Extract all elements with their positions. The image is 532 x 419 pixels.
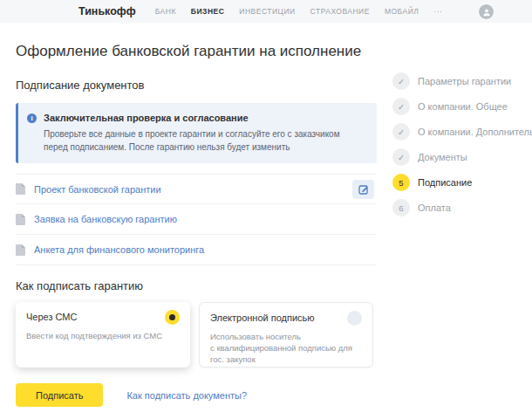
step-label: Подписание [418, 177, 472, 188]
nav-overflow-menu[interactable]: ··· [433, 7, 442, 16]
nav-item-mobile[interactable]: МОБАЙЛ [385, 7, 419, 16]
edit-icon [358, 184, 369, 195]
step-label: О компании. Общее [418, 101, 508, 112]
radio-unselected-icon[interactable] [347, 311, 362, 326]
check-icon: ✓ [392, 148, 410, 166]
document-icon [16, 244, 25, 256]
notice-text: Проверьте все данные в проекте гарантии … [44, 127, 365, 154]
document-icon [16, 183, 25, 195]
nav-item-investments[interactable]: ИНВЕСТИЦИИ [239, 7, 295, 16]
final-check-notice: i Заключительная проверка и согласование… [16, 103, 377, 163]
sign-method-heading: Как подписать гарантию [16, 279, 377, 292]
nav-item-business[interactable]: БИЗНЕС [191, 7, 225, 16]
notice-body: Заключительная проверка и согласование П… [44, 113, 365, 154]
signing-section-heading: Подписание документов [16, 79, 377, 92]
option-title: Электронной подписью [210, 313, 315, 323]
document-icon [16, 214, 25, 225]
check-icon: ✓ [392, 72, 410, 90]
step-signing[interactable]: 5 Подписание [392, 174, 532, 191]
step-company-additional[interactable]: ✓ О компании. Дополнительно [392, 123, 532, 141]
document-link[interactable]: Проект банковской гарантии [34, 184, 161, 195]
sign-button[interactable]: Подписать [16, 383, 103, 407]
step-label: Оплата [418, 203, 451, 213]
document-link[interactable]: Заявка на банковскую гарантию [34, 214, 177, 224]
main-column: Подписание документов i Заключительная п… [16, 79, 377, 419]
document-row-application[interactable]: Заявка на банковскую гарантию [16, 204, 377, 235]
step-label: О компании. Дополнительно [418, 127, 532, 137]
document-link[interactable]: Анкета для финансового мониторинга [34, 244, 204, 255]
step-payment[interactable]: 6 Оплата [392, 199, 532, 216]
option-title: Через СМС [26, 312, 77, 322]
step-guarantee-params[interactable]: ✓ Параметры гарантии [392, 72, 532, 90]
notice-title: Заключительная проверка и согласование [44, 113, 365, 123]
person-icon [482, 8, 491, 17]
main-nav: БАНК БИЗНЕС ИНВЕСТИЦИИ СТРАХОВАНИЕ МОБАЙ… [155, 7, 443, 16]
check-icon: ✓ [392, 123, 410, 141]
info-icon: i [27, 113, 37, 123]
step-label: Параметры гарантии [418, 76, 511, 86]
radio-selected-icon[interactable] [165, 310, 180, 325]
progress-stepper: ✓ Параметры гарантии ✓ О компании. Общее… [392, 72, 532, 224]
nav-item-insurance[interactable]: СТРАХОВАНИЕ [310, 7, 370, 16]
document-row-guarantee-draft[interactable]: Проект банковской гарантии [16, 174, 377, 204]
nav-item-bank[interactable]: БАНК [155, 7, 176, 16]
document-list: Проект банковской гарантии Заявка на бан… [16, 174, 377, 265]
top-header: Тинькофф БАНК БИЗНЕС ИНВЕСТИЦИИ СТРАХОВА… [0, 0, 532, 23]
sign-method-options: Через СМС Ввести код подтверждения из СМ… [16, 302, 377, 367]
option-card-sms[interactable]: Через СМС Ввести код подтверждения из СМ… [16, 302, 190, 367]
document-row-monitoring-form[interactable]: Анкета для финансового мониторинга [16, 235, 377, 265]
option-description: Использовать носитель с квалифицированно… [210, 331, 362, 365]
actions-row: Подписать Как подписать документы? [16, 383, 377, 407]
page-title: Оформление банковской гарантии на исполн… [16, 43, 532, 60]
check-icon: ✓ [392, 98, 410, 115]
step-documents[interactable]: ✓ Документы [392, 148, 532, 166]
step-company-general[interactable]: ✓ О компании. Общее [392, 98, 532, 115]
step-number-badge: 5 [392, 174, 410, 191]
tinkoff-logo[interactable]: Тинькофф [78, 5, 136, 17]
edit-document-button[interactable] [352, 180, 374, 199]
option-description: Ввести код подтверждения из СМС [26, 330, 180, 341]
option-card-esignature[interactable]: Электронной подписью Использовать носите… [199, 302, 373, 367]
step-number-badge: 6 [392, 199, 410, 216]
how-to-sign-link[interactable]: Как подписать документы? [126, 390, 247, 401]
step-label: Документы [418, 152, 467, 162]
user-avatar[interactable] [478, 3, 494, 20]
